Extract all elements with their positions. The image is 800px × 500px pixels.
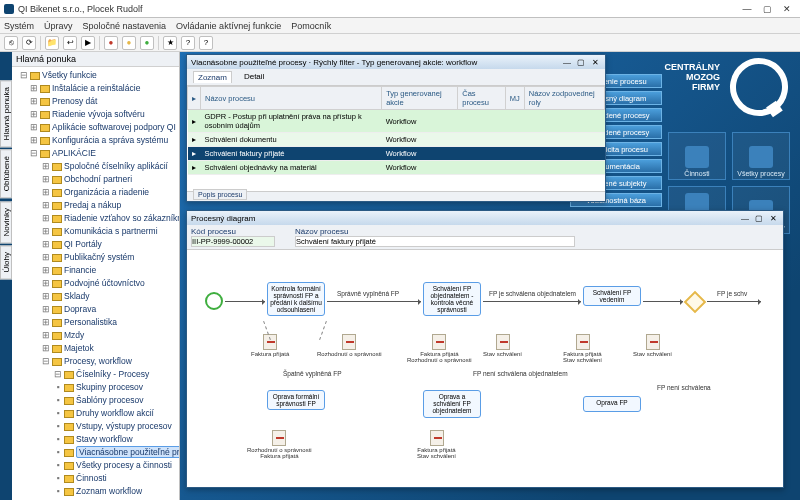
tree-toggle-icon[interactable]: ⊞	[30, 134, 38, 147]
col-role[interactable]: Názov zodpovednej roly	[524, 87, 604, 110]
tree-node[interactable]: ⊞Konfigurácia a správa systému	[16, 134, 177, 147]
tree-toggle-icon[interactable]: ▪	[54, 407, 62, 420]
menu-system[interactable]: Systém	[4, 21, 34, 31]
col-time[interactable]: Čas procesu	[458, 87, 505, 110]
tree-node[interactable]: ⊟Číselníky - Procesy	[16, 368, 177, 381]
tree-node[interactable]: ⊞Sklady	[16, 290, 177, 303]
col-type[interactable]: Typ generovanej akcie	[382, 87, 458, 110]
tree-node[interactable]: ▪Všetky procesy a činnosti	[16, 459, 177, 472]
tree-toggle-icon[interactable]: ⊟	[20, 69, 28, 82]
tree-toggle-icon[interactable]: ⊞	[30, 95, 38, 108]
tree-node[interactable]: ▪Skupiny procesov	[16, 381, 177, 394]
win-close-icon[interactable]: ✕	[778, 4, 796, 14]
task-node-4[interactable]: Oprava formální správnosti FP	[267, 390, 325, 410]
tree-toggle-icon[interactable]: ⊞	[30, 108, 38, 121]
tree-toggle-icon[interactable]: ⊟	[42, 355, 50, 368]
tree-node[interactable]: ▪Šablóny procesov	[16, 394, 177, 407]
tree-node[interactable]: ⊞Podvojné účtovníctvo	[16, 277, 177, 290]
tree-node[interactable]: ▪Viacnásobne použiteľné procesy	[16, 446, 177, 459]
kod-input[interactable]	[191, 236, 275, 247]
data-object[interactable]: Stav schválení	[483, 334, 522, 357]
tree-node[interactable]: ⊞Prenosy dát	[16, 95, 177, 108]
tree-toggle-icon[interactable]: ▪	[54, 446, 62, 459]
tree-toggle-icon[interactable]: ⊞	[42, 264, 50, 277]
task-node-5[interactable]: Oprava a schválení FP objednatelem	[423, 390, 481, 418]
tree-toggle-icon[interactable]: ⊞	[42, 238, 50, 251]
sidetab-fav[interactable]: Obľúbené	[0, 149, 12, 198]
tb-3[interactable]: 📁	[45, 36, 59, 50]
tree-toggle-icon[interactable]: ⊞	[42, 277, 50, 290]
tb-10[interactable]: ?	[181, 36, 195, 50]
tree-toggle-icon[interactable]: ⊞	[42, 303, 50, 316]
tree-node[interactable]: ⊞Riadenie vzťahov so zákazníkmi (CRM)	[16, 212, 177, 225]
tree-node[interactable]: ⊞Doprava	[16, 303, 177, 316]
task-node-2[interactable]: Schválení FP objednatelem - kontrola věc…	[423, 282, 481, 316]
sw-min-icon[interactable]: —	[561, 58, 573, 67]
tree-toggle-icon[interactable]: ⊞	[42, 251, 50, 264]
tree-toggle-icon[interactable]: ⊟	[54, 368, 62, 381]
tree-node[interactable]: ⊞Komunikácia s partnermi	[16, 225, 177, 238]
start-event-icon[interactable]	[205, 292, 223, 310]
tree-node[interactable]: ⊞Mzdy	[16, 329, 177, 342]
menu-edit[interactable]: Úpravy	[44, 21, 73, 31]
tree-toggle-icon[interactable]: ⊞	[42, 173, 50, 186]
table-row[interactable]: ▸GDPR - Postup při uplatnění práva na př…	[188, 110, 605, 133]
bpmn-canvas[interactable]: Kontrola formální správnosti FP a předán…	[187, 250, 783, 487]
tb-5[interactable]: ▶	[81, 36, 95, 50]
subwindow-processes[interactable]: Viacnásobne použiteľné procesy · Rýchly …	[186, 54, 606, 202]
tree-node[interactable]: ▪Stavy workflow	[16, 433, 177, 446]
gateway-icon[interactable]	[684, 291, 707, 314]
sw-max-icon[interactable]: ▢	[575, 58, 587, 67]
tree-node[interactable]: ⊟APLIKÁCIE	[16, 147, 177, 160]
tb-11[interactable]: ?	[199, 36, 213, 50]
popis-tab[interactable]: Popis procesu	[193, 189, 247, 200]
col-mj[interactable]: MJ	[505, 87, 524, 110]
tree-toggle-icon[interactable]: ⊞	[42, 316, 50, 329]
sw-max-icon[interactable]: ▢	[753, 214, 765, 223]
tree-node[interactable]: ⊞Spoločné číselníky aplikácií	[16, 160, 177, 173]
tb-1[interactable]: ⎋	[4, 36, 18, 50]
tree-toggle-icon[interactable]: ▪	[54, 420, 62, 433]
tree-node[interactable]: ⊞Aplikácie softwarovej podpory QI	[16, 121, 177, 134]
dash-tile[interactable]: Činnosti	[668, 132, 726, 180]
tree-node[interactable]: ⊞Riadenie vývoja softvéru	[16, 108, 177, 121]
dash-tile[interactable]: Všetky procesy	[732, 132, 790, 180]
data-object[interactable]: Faktura přijatá Stav schválení	[563, 334, 602, 363]
tb-2[interactable]: ⟳	[22, 36, 36, 50]
data-object[interactable]: Rozhodnutí o správnosti Faktura přijatá	[247, 430, 312, 459]
sw-close-icon[interactable]: ✕	[589, 58, 601, 67]
win-min-icon[interactable]: —	[738, 4, 756, 14]
tree-node[interactable]: ⊞QI Portály	[16, 238, 177, 251]
tree-toggle-icon[interactable]: ⊞	[42, 342, 50, 355]
tree-toggle-icon[interactable]: ⊞	[42, 212, 50, 225]
table-row[interactable]: ▸Schválení objednávky na materiálWorkflo…	[188, 161, 605, 175]
task-node-1[interactable]: Kontrola formální správnosti FP a předán…	[267, 282, 325, 316]
table-row[interactable]: ▸Schválení dokumentuWorkflow	[188, 133, 605, 147]
tree-node[interactable]: ▪Činnosti	[16, 472, 177, 485]
data-object[interactable]: Stav schválení	[633, 334, 672, 357]
menu-settings[interactable]: Spoločné nastavenia	[83, 21, 167, 31]
sidetab-tasks[interactable]: Úlohy	[0, 245, 12, 279]
tree-node[interactable]: ▪Zoznam workflow	[16, 485, 177, 498]
task-node-6[interactable]: Oprava FP	[583, 396, 641, 412]
tab-list[interactable]: Zoznam	[193, 71, 232, 83]
sw-min-icon[interactable]: —	[739, 214, 751, 223]
data-object[interactable]: Faktura přijatá Stav schválení	[417, 430, 456, 459]
tab-detail[interactable]: Detail	[240, 71, 268, 83]
sidetab-news[interactable]: Novinky	[0, 201, 12, 243]
tb-9[interactable]: ★	[163, 36, 177, 50]
tree-node[interactable]: ⊞Publikačný systém	[16, 251, 177, 264]
tree-toggle-icon[interactable]: ⊞	[42, 329, 50, 342]
tree-toggle-icon[interactable]: ▪	[54, 381, 62, 394]
tree-node[interactable]: ▪Druhy workflow akcií	[16, 407, 177, 420]
nazov-input[interactable]	[295, 236, 575, 247]
menu-help[interactable]: Pomocník	[291, 21, 331, 31]
tree-toggle-icon[interactable]: ▪	[54, 394, 62, 407]
col-name[interactable]: Názov procesu	[201, 87, 382, 110]
nav-tree[interactable]: ⊟Všetky funkcie⊞Inštalácie a reinštaláci…	[12, 67, 179, 500]
tree-toggle-icon[interactable]: ⊞	[42, 160, 50, 173]
tree-toggle-icon[interactable]: ⊞	[30, 82, 38, 95]
tree-toggle-icon[interactable]: ⊞	[30, 121, 38, 134]
tree-toggle-icon[interactable]: ⊞	[42, 290, 50, 303]
data-object[interactable]: Rozhodnutí o správnosti	[317, 334, 382, 357]
